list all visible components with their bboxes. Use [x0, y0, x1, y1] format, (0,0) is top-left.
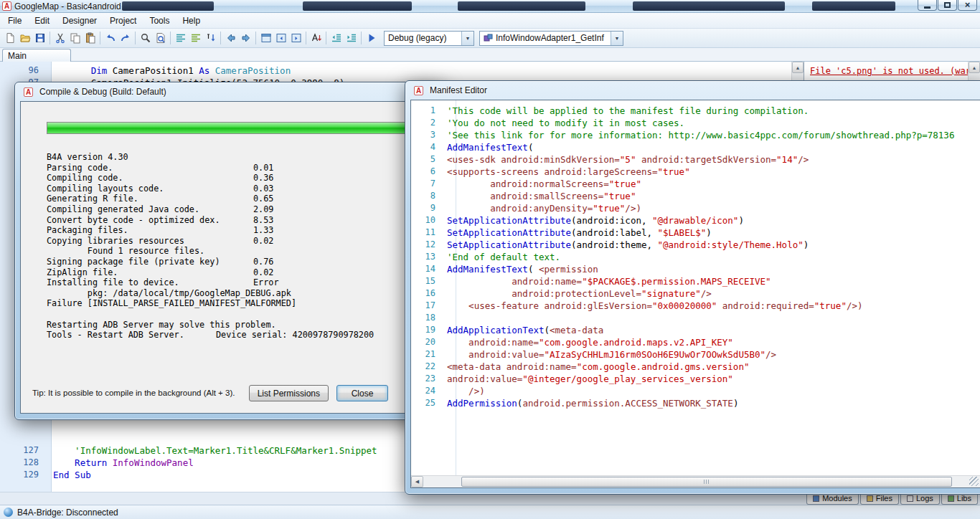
- log-line: [47, 309, 433, 320]
- menu-project[interactable]: Project: [103, 14, 143, 28]
- log-line: B4A version 4.30: [47, 152, 433, 163]
- redo-icon[interactable]: [118, 30, 133, 46]
- log-line: Parsing code.0.01: [47, 163, 433, 173]
- compile-progress-bar: [47, 122, 420, 134]
- save-icon[interactable]: [32, 30, 47, 46]
- manifest-editor-window: A Manifest Editor 1'This code will be ap…: [405, 80, 980, 495]
- restore-button[interactable]: [938, 0, 957, 11]
- outdent-icon[interactable]: [329, 30, 344, 46]
- code-line: 3'See this link for for more information…: [411, 129, 980, 141]
- code-line: 17 <uses-feature android:glEsVersion="0x…: [411, 300, 980, 312]
- code-segment: [53, 65, 91, 76]
- toolbar-separator: [361, 32, 362, 44]
- line-number: 13: [411, 251, 447, 263]
- comment-icon[interactable]: [173, 30, 188, 46]
- code-segment: />): [625, 203, 641, 214]
- warning-item[interactable]: File 'c5.png' is not used. (war: [810, 66, 974, 76]
- find-doc-icon[interactable]: [153, 30, 168, 46]
- manifest-horizontal-scrollbar[interactable]: ◀: [411, 475, 980, 487]
- code-line: 13'End of default text.: [411, 251, 980, 263]
- minimize-button[interactable]: [918, 0, 937, 11]
- tab-label: Libs: [957, 494, 971, 503]
- code-text: SetApplicationAttribute(android:label, "…: [447, 227, 712, 239]
- code-segment: CameraPosition1: [113, 65, 199, 76]
- close-button[interactable]: ×: [958, 0, 977, 11]
- code-text: <meta-data android:name="com.google.andr…: [447, 361, 749, 373]
- menu-file[interactable]: File: [1, 14, 28, 28]
- code-segment: />): [447, 386, 485, 396]
- font-size-icon[interactable]: [308, 30, 324, 46]
- designer-next-icon[interactable]: [288, 30, 303, 46]
- scroll-left-icon[interactable]: ◀: [411, 476, 423, 487]
- line-number: 3: [411, 129, 447, 141]
- b4a-app-icon: A: [414, 86, 423, 95]
- build-config-select[interactable]: Debug (legacy) ▼: [384, 31, 474, 46]
- code-line: 21 android:value="AIzaSyCHHLmJ16rm0SOoH6…: [411, 348, 980, 361]
- code-line: 22<meta-data android:name="com.google.an…: [411, 361, 980, 373]
- undo-icon[interactable]: [103, 30, 118, 46]
- nav-forward-icon[interactable]: [238, 30, 253, 46]
- find-icon[interactable]: [138, 30, 153, 46]
- compile-log: B4A version 4.30Parsing code.0.01Compili…: [47, 152, 433, 341]
- code-segment: "14": [776, 154, 798, 165]
- code-text: AddManifestText(: [447, 141, 533, 153]
- scroll-up-icon[interactable]: ▲: [969, 62, 980, 73]
- scrollbar-thumb[interactable]: [461, 477, 952, 487]
- code-line: 2'You do not need to modify it in most c…: [411, 117, 980, 129]
- indent-icon[interactable]: [344, 30, 359, 46]
- menu-help[interactable]: Help: [176, 14, 207, 28]
- list-permissions-button[interactable]: List Permissions: [249, 385, 329, 401]
- close-dialog-button[interactable]: Close: [336, 385, 388, 401]
- code-text: <uses-sdk android:minSdkVersion="5" andr…: [447, 153, 809, 166]
- code-segment: android:targetSdkVersion=: [636, 154, 776, 165]
- code-segment: [53, 457, 75, 468]
- run-icon[interactable]: [364, 30, 379, 46]
- compile-dialog-titlebar[interactable]: A Compile & Debug (Build: Default): [22, 85, 166, 98]
- code-line: 7 android:normalScreens="true": [411, 178, 980, 190]
- chevron-down-icon: ▼: [461, 32, 473, 45]
- resize-grip[interactable]: [969, 477, 979, 486]
- module-nav-select[interactable]: InfoWindowAdapter1_GetInf ▼: [479, 31, 623, 46]
- new-file-icon[interactable]: [2, 30, 17, 46]
- paste-icon[interactable]: [83, 30, 98, 46]
- menu-designer[interactable]: Designer: [56, 14, 103, 28]
- log-line: Generating R file.0.65: [47, 194, 433, 204]
- cut-icon[interactable]: [52, 30, 67, 46]
- designer-window-icon[interactable]: [258, 30, 273, 46]
- code-text: android:value="@integer/google_play_serv…: [447, 373, 733, 385]
- code-segment: android:name=: [447, 337, 539, 348]
- b4a-app-icon: A: [24, 87, 33, 97]
- minimize-icon: [924, 6, 930, 9]
- open-folder-icon[interactable]: [17, 30, 32, 46]
- code-segment: "5": [620, 154, 636, 165]
- nav-back-icon[interactable]: [223, 30, 238, 46]
- menu-tools[interactable]: Tools: [143, 14, 176, 28]
- log-line: ZipAlign file.0.02: [47, 267, 433, 278]
- code-text: 'You do not need to modify it in most ca…: [447, 117, 684, 129]
- code-text: AddApplicationText(<meta-data: [447, 324, 603, 336]
- manifest-content[interactable]: 1'This code will be applied to the manif…: [410, 100, 980, 488]
- menu-edit[interactable]: Edit: [28, 14, 56, 28]
- background-window-fragment: [812, 1, 895, 11]
- uncomment-icon[interactable]: [188, 30, 203, 46]
- copy-icon[interactable]: [67, 30, 83, 46]
- window-controls: ×: [917, 0, 977, 11]
- window-titlebar[interactable]: A GoogleMap - Basic4android ×: [0, 0, 980, 13]
- code-text: android:protectionLevel="signature"/>: [447, 287, 712, 300]
- log-line: Convert byte code - optimized dex.8.53: [47, 215, 433, 226]
- sort-number-icon[interactable]: [203, 30, 218, 46]
- tab-main[interactable]: Main: [2, 49, 71, 62]
- line-number: 7: [411, 178, 447, 190]
- log-line: Packaging files.1.33: [47, 225, 433, 236]
- line-number: 21: [411, 348, 447, 361]
- scroll-up-icon[interactable]: ▲: [792, 62, 804, 73]
- code-line: 9 android:anyDensity="true"/>): [411, 202, 980, 214]
- manifest-titlebar[interactable]: A Manifest Editor: [412, 84, 487, 97]
- code-segment: <uses-sdk android:minSdkVersion=: [447, 154, 620, 165]
- code-segment: "@android:style/Theme.Holo": [658, 239, 804, 250]
- line-number: 6: [411, 166, 447, 178]
- code-text: android:anyDensity="true"/>): [447, 202, 641, 214]
- background-window-fragment: [633, 1, 785, 11]
- line-number: 19: [411, 324, 447, 336]
- designer-prev-icon[interactable]: [273, 30, 288, 46]
